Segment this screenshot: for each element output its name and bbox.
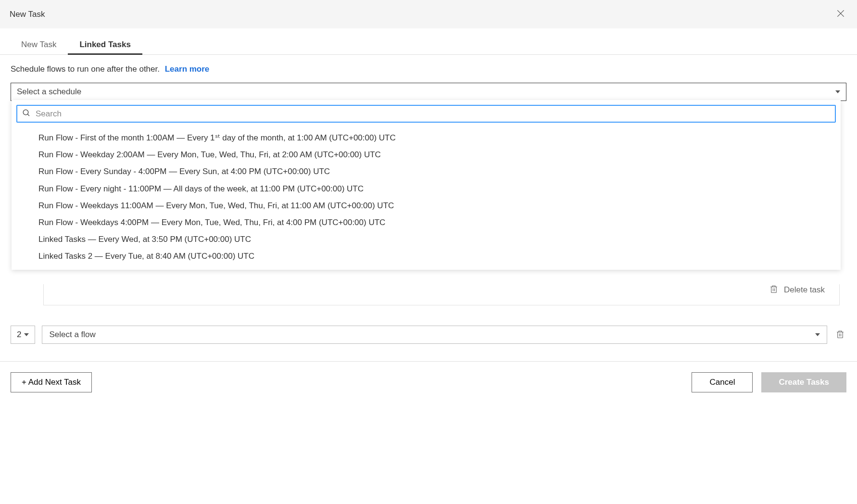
- schedule-option[interactable]: Run Flow - First of the month 1:00AM — E…: [12, 129, 841, 146]
- tabs: New Task Linked Tasks: [0, 35, 857, 55]
- flow-select-value: Select a flow: [49, 330, 95, 340]
- trash-icon: [836, 329, 844, 340]
- flow-select[interactable]: Select a flow: [42, 326, 827, 344]
- schedule-option[interactable]: Linked Tasks 2 — Every Tue, at 8:40 AM (…: [12, 248, 841, 265]
- learn-more-link[interactable]: Learn more: [165, 64, 210, 74]
- search-wrap: [12, 100, 841, 127]
- step-number: 2: [17, 330, 21, 340]
- dialog-body: Schedule flows to run one after the othe…: [0, 55, 857, 315]
- step-number-selector[interactable]: 2: [11, 326, 35, 344]
- chevron-down-icon: [24, 333, 29, 336]
- svg-rect-8: [838, 332, 843, 338]
- tab-new-task[interactable]: New Task: [10, 35, 68, 54]
- footer-actions: Cancel Create Tasks: [692, 372, 846, 392]
- chevron-down-icon: [835, 90, 840, 93]
- schedule-select[interactable]: Select a schedule: [11, 83, 846, 101]
- delete-task-label: Delete task: [784, 285, 825, 295]
- svg-line-3: [27, 114, 29, 116]
- description-text: Schedule flows to run one after the othe…: [11, 64, 160, 74]
- close-icon: [836, 9, 845, 20]
- schedule-option[interactable]: Run Flow - Weekdays 11:00AM — Every Mon,…: [12, 197, 841, 214]
- schedule-option[interactable]: Run Flow - Weekday 2:00AM — Every Mon, T…: [12, 146, 841, 163]
- search-icon: [22, 109, 31, 119]
- dialog-header: New Task: [0, 0, 857, 28]
- schedule-option[interactable]: Run Flow - Weekdays 4:00PM — Every Mon, …: [12, 214, 841, 231]
- search-input[interactable]: [36, 109, 830, 119]
- schedule-options-list: Run Flow - First of the month 1:00AM — E…: [12, 127, 841, 267]
- tab-linked-tasks[interactable]: Linked Tasks: [68, 35, 142, 54]
- delete-task-row[interactable]: Delete task: [43, 284, 840, 305]
- cancel-button[interactable]: Cancel: [692, 372, 753, 392]
- schedule-dropdown-panel: Run Flow - First of the month 1:00AM — E…: [12, 100, 841, 270]
- dialog-footer: + Add Next Task Cancel Create Tasks: [0, 362, 857, 403]
- schedule-option[interactable]: Run Flow - Every night - 11:00PM — All d…: [12, 180, 841, 197]
- delete-flow-button[interactable]: [834, 326, 846, 344]
- trash-icon: [769, 284, 778, 295]
- new-task-dialog: New Task New Task Linked Tasks Schedule …: [0, 0, 857, 403]
- add-next-task-button[interactable]: + Add Next Task: [11, 372, 92, 392]
- create-tasks-button[interactable]: Create Tasks: [761, 372, 846, 392]
- svg-rect-4: [771, 287, 777, 293]
- close-button[interactable]: [834, 7, 847, 22]
- flow-step-row: 2 Select a flow: [11, 326, 846, 344]
- schedule-option[interactable]: Linked Tasks — Every Wed, at 3:50 PM (UT…: [12, 231, 841, 248]
- schedule-select-value: Select a schedule: [17, 87, 81, 97]
- schedule-option[interactable]: Run Flow - Every Sunday - 4:00PM — Every…: [12, 163, 841, 180]
- add-next-task-label: + Add Next Task: [22, 378, 81, 387]
- chevron-down-icon: [815, 333, 820, 336]
- dialog-title: New Task: [10, 10, 45, 19]
- svg-point-2: [23, 110, 28, 115]
- schedule-description: Schedule flows to run one after the othe…: [11, 64, 846, 74]
- search-box[interactable]: [16, 105, 836, 123]
